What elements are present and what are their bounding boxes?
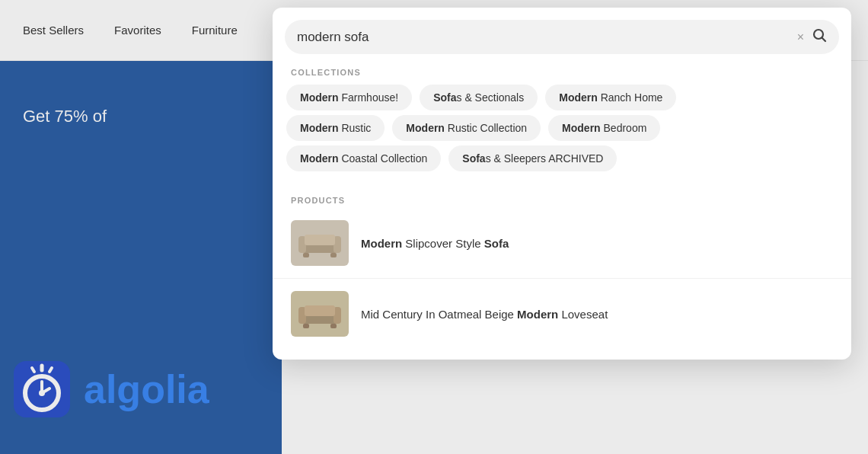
product-text-2: Loveseat: [561, 308, 608, 321]
chip-modern-coastal[interactable]: Modern Coastal Collection: [286, 145, 441, 171]
chip-rest-2: s & Sectionals: [457, 91, 525, 104]
search-bar-container: ×: [285, 20, 839, 54]
chip-rest-1: Farmhouse!: [339, 91, 399, 104]
search-dropdown: × COLLECTIONS Modern Farmhouse! Sofa s &…: [273, 8, 851, 360]
product-highlight-sofa-1: Sofa: [484, 237, 509, 250]
collections-label: COLLECTIONS: [273, 54, 851, 85]
product-highlight-2: Modern: [517, 308, 558, 321]
chip-modern-rustic[interactable]: Modern Rustic: [286, 115, 385, 141]
products-label: PRODUCTS: [273, 182, 851, 213]
clear-icon[interactable]: ×: [797, 30, 804, 44]
product-thumb-1: [291, 220, 349, 266]
svg-line-9: [822, 38, 826, 42]
product-sofa-svg-2: [297, 298, 343, 330]
chip-sofas-sectionals[interactable]: Sofa s & Sectionals: [420, 85, 538, 110]
product-item-2[interactable]: Mid Century In Oatmeal Beige Modern Love…: [273, 283, 851, 344]
chip-bold-3: Modern: [559, 91, 598, 104]
collections-chips-row3: Modern Coastal Collection Sofa s & Sleep…: [273, 145, 851, 171]
chip-bold-7: Modern: [300, 152, 339, 165]
chip-modern-rustic-collection[interactable]: Modern Rustic Collection: [392, 115, 541, 141]
chip-rest-3: Ranch Home: [598, 91, 663, 104]
product-text-prefix-2: Mid Century In Oatmeal Beige: [361, 308, 517, 321]
product-highlight-1: Modern: [361, 237, 402, 250]
product-divider: [273, 278, 851, 279]
chip-bold-4: Modern: [300, 122, 339, 134]
chip-modern-farmhouse[interactable]: Modern Farmhouse!: [286, 85, 412, 110]
chip-rest-5: Rustic Collection: [445, 122, 527, 134]
collections-chips-row1: Modern Farmhouse! Sofa s & Sectionals Mo…: [273, 85, 851, 110]
product-name-1: Modern Slipcover Style Sofa: [361, 237, 509, 250]
svg-rect-13: [305, 235, 335, 245]
product-name-2: Mid Century In Oatmeal Beige Modern Love…: [361, 308, 608, 321]
product-text-1: Slipcover Style: [405, 237, 483, 250]
svg-rect-19: [305, 305, 335, 316]
products-section: PRODUCTS Modern Slipcover Style Sofa: [273, 176, 851, 344]
svg-rect-14: [303, 253, 309, 257]
chip-modern-ranch[interactable]: Modern Ranch Home: [545, 85, 676, 110]
chip-bold-8: Sofa: [462, 152, 485, 165]
chip-bold-5: Modern: [406, 122, 445, 134]
search-icon: [812, 27, 827, 43]
search-input[interactable]: [297, 30, 790, 45]
chip-bold-6: Modern: [562, 122, 601, 134]
product-thumb-2: [291, 291, 349, 337]
svg-rect-21: [330, 324, 337, 328]
svg-rect-20: [303, 324, 309, 328]
chip-rest-6: Bedroom: [601, 122, 647, 134]
chip-bold-1: Modern: [300, 91, 339, 104]
chip-bold-2: Sofa: [433, 91, 456, 104]
chip-rest-8: s & Sleepers ARCHIVED: [486, 152, 604, 165]
collections-chips-row2: Modern Rustic Modern Rustic Collection M…: [273, 115, 851, 141]
search-button[interactable]: [812, 27, 827, 46]
svg-rect-15: [330, 253, 337, 257]
chip-rest-7: Coastal Collection: [339, 152, 428, 165]
chip-rest-4: Rustic: [339, 122, 372, 134]
product-sofa-svg-1: [297, 227, 343, 259]
chip-sofas-sleepers[interactable]: Sofa s & Sleepers ARCHIVED: [448, 145, 617, 171]
product-item-1[interactable]: Modern Slipcover Style Sofa: [273, 213, 851, 273]
chip-modern-bedroom[interactable]: Modern Bedroom: [548, 115, 660, 141]
